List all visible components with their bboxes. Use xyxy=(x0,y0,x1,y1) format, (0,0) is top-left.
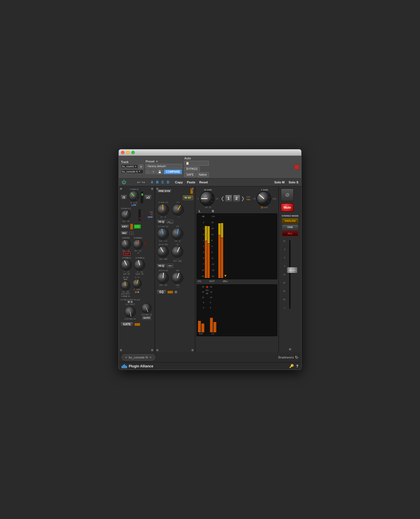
eq-button[interactable]: EQ xyxy=(157,290,166,294)
redo-button[interactable]: ↪ xyxy=(142,180,145,185)
v-gain-knob[interactable] xyxy=(256,191,272,206)
gate-button[interactable]: GATE xyxy=(120,322,133,327)
rel-knob[interactable] xyxy=(124,306,136,318)
arrow-btn[interactable]: → xyxy=(129,231,134,235)
hi-gain-knob[interactable] xyxy=(172,203,184,216)
channel-selector: ❮ 1 2 ❯ TMT THD xyxy=(221,195,250,202)
lo-freq-knob[interactable] xyxy=(157,272,169,284)
all-button[interactable]: ALL xyxy=(282,231,298,236)
eq-led xyxy=(167,291,173,294)
undo-button[interactable]: ↩ xyxy=(137,180,140,185)
maximize-button[interactable] xyxy=(131,151,135,154)
native-button[interactable]: Native xyxy=(197,172,209,177)
rge-knob[interactable] xyxy=(132,278,142,289)
track-select-2[interactable]: bx_console N ▼ xyxy=(121,170,143,174)
vu-label: VU xyxy=(198,280,201,283)
lmid-freq-knob[interactable] xyxy=(157,245,169,258)
a-button[interactable]: A xyxy=(150,180,154,185)
track-select-1[interactable]: bx_rooMS ▼ xyxy=(121,165,138,169)
screw-tr xyxy=(151,187,154,190)
filter-section: /3 7.5 kHz 18 xyxy=(120,188,153,222)
key-icon[interactable]: 🔑 xyxy=(289,364,294,368)
rat-knob[interactable] xyxy=(141,303,152,314)
badge-dot-right xyxy=(150,356,151,358)
hyst-knob[interactable] xyxy=(120,239,131,250)
safe-button[interactable]: SAFE xyxy=(184,172,196,177)
screw-tl xyxy=(120,187,122,190)
div3-button[interactable]: /3 xyxy=(120,195,127,200)
hi-freq-knob[interactable] xyxy=(157,203,169,216)
upper-mid-section: 8.7 kHz 0.8 5.6 · -1.4 2.3 3.6 xyxy=(157,225,193,242)
eq-curve-toggle[interactable] xyxy=(167,220,173,224)
off-label: OFF xyxy=(264,207,268,209)
ch1-button[interactable]: 1 xyxy=(225,195,232,202)
preset-save-btn[interactable]: 💾 xyxy=(156,169,163,174)
solo-s-button[interactable]: Solo S xyxy=(289,181,298,184)
x3-button[interactable]: x3 xyxy=(144,195,152,200)
gain-knob[interactable] xyxy=(132,239,143,250)
hi-q-button[interactable]: HI-Q xyxy=(157,219,166,224)
pre-dyn-button[interactable]: PRE DYN xyxy=(157,189,172,193)
preset-label: Preset xyxy=(146,160,154,163)
lo-gain-knob[interactable] xyxy=(171,272,184,284)
sig-section: SIG dB xyxy=(205,286,209,335)
preset-select[interactable]: <factory default> xyxy=(146,164,182,169)
solo-m-button[interactable]: Solo M xyxy=(274,181,285,184)
paste-button[interactable]: Paste xyxy=(187,181,195,184)
c-button[interactable]: C xyxy=(161,180,165,185)
ch2-button[interactable]: 2 xyxy=(233,195,240,202)
main-fader-handle[interactable] xyxy=(287,267,297,273)
record-indicator xyxy=(294,165,299,169)
in-sc-button[interactable]: IN SC xyxy=(183,195,193,200)
screw-bl xyxy=(120,349,122,352)
hpf-knob[interactable] xyxy=(120,209,131,220)
exp-button[interactable]: EXP xyxy=(124,252,130,255)
inv-button[interactable]: INV xyxy=(120,231,128,235)
copy-button[interactable]: Copy xyxy=(175,181,183,184)
in-gain-knob[interactable] xyxy=(199,191,215,206)
thr1-knob[interactable] xyxy=(120,259,132,271)
phase-button[interactable]: ⊘ xyxy=(281,188,294,201)
power-button[interactable]: ⏻ xyxy=(122,180,126,185)
analog-button[interactable]: ANALOG xyxy=(282,218,298,223)
hi-band-section: 17 kHz 1.5 11 · -3 4·7 xyxy=(157,201,193,218)
sig-label: SIG xyxy=(205,289,209,291)
mute-button[interactable]: Mute xyxy=(281,203,294,212)
ch-left-arrow[interactable]: ❮ xyxy=(221,196,224,201)
stereo-mode-section: STEREO MODE ANALOG ONE ALL xyxy=(281,215,300,236)
eq-curve2-toggle[interactable] xyxy=(167,264,173,268)
d-button[interactable]: D xyxy=(166,180,170,185)
track-label: Track xyxy=(121,161,143,164)
thr2-knob[interactable] xyxy=(134,259,146,271)
mix-knob[interactable] xyxy=(120,280,131,291)
minimize-button[interactable] xyxy=(126,151,130,154)
vu-meter-display: +3 2 1 0 1 2 3 5 7 10 -20 xyxy=(197,213,278,279)
lmid-gain-knob[interactable] xyxy=(171,245,184,258)
umid-gain-knob[interactable] xyxy=(171,227,184,240)
gate-section: GATE xyxy=(120,322,153,327)
eq-settings-icon[interactable] xyxy=(174,290,178,294)
help-icon[interactable]: ? xyxy=(296,364,298,368)
lc-button[interactable]: L/C xyxy=(134,224,141,229)
b-button[interactable]: B xyxy=(156,180,159,185)
reset-button[interactable]: Reset xyxy=(199,181,208,184)
one-button[interactable]: ONE xyxy=(282,225,298,230)
umid-freq-knob[interactable] xyxy=(157,227,169,240)
hi-q2-button[interactable]: HI-Q xyxy=(157,264,166,268)
key-button[interactable]: KEY xyxy=(120,224,129,229)
compare-button[interactable]: COMPARE xyxy=(164,169,182,174)
auto-section: Auto 📋 BYPASS SAFE Native xyxy=(184,157,209,177)
auto-button[interactable]: AUTO xyxy=(142,316,151,320)
track-e-btn[interactable]: e xyxy=(139,165,143,169)
preset-minus-btn[interactable]: - xyxy=(146,170,150,174)
bottom-strip: bx_console N brainworx ↻ xyxy=(119,352,301,362)
auto-icon[interactable]: 📋 xyxy=(184,161,209,166)
preset-plus-btn[interactable]: + xyxy=(151,170,156,174)
ch-right-arrow[interactable]: ❯ xyxy=(241,196,245,201)
toolbar-actions: Copy Paste Reset xyxy=(175,181,208,184)
undo-redo-group: ↩ ↪ xyxy=(137,180,145,185)
lpf-knob[interactable] xyxy=(128,190,140,202)
brand-logo: brainworx ↻ xyxy=(278,355,298,360)
bypass-button[interactable]: BYPASS xyxy=(184,167,199,171)
close-button[interactable] xyxy=(121,151,124,154)
